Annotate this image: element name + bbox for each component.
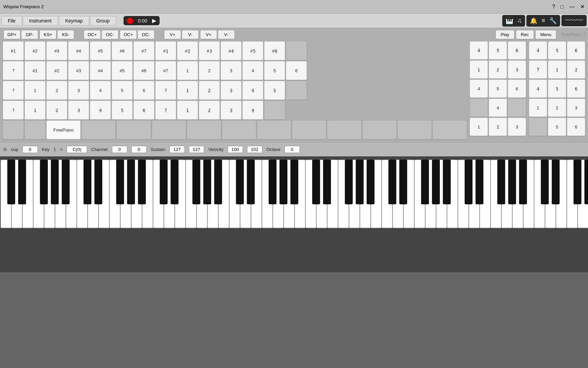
channel-val1[interactable]: 0 <box>112 146 127 153</box>
key-cell[interactable]: 1̣ <box>177 81 198 100</box>
key-cell[interactable]: #7 <box>155 61 176 80</box>
key-cell[interactable]: 4 <box>90 81 111 100</box>
key-cell[interactable]: 1̣ <box>24 101 46 120</box>
velocity-val1[interactable]: 100 <box>228 146 243 153</box>
right-key-cell[interactable]: 2̣ <box>489 60 507 79</box>
channel-val2[interactable]: 0 <box>131 146 147 153</box>
bell-icon[interactable]: 🔔 <box>528 16 539 25</box>
key-cell[interactable]: #7 <box>133 41 154 60</box>
right-key-cell[interactable]: 5̈ <box>489 41 507 60</box>
menu-action-button[interactable]: Menu <box>535 30 557 39</box>
right-key-cell[interactable]: 4 <box>470 79 488 98</box>
rec-action-button[interactable]: Rec <box>516 30 534 39</box>
key-cell[interactable]: 5 <box>264 61 285 80</box>
key-cell[interactable]: #4̣ <box>220 41 242 60</box>
v-minus2-button[interactable]: V- <box>218 30 235 39</box>
key-cell[interactable]: 3̣ <box>68 101 89 120</box>
key-value[interactable]: C(0) <box>67 146 87 153</box>
minimize-icon[interactable]: — <box>569 4 575 10</box>
key-cell[interactable]: #2 <box>24 41 46 60</box>
sustain-val1[interactable]: 127 <box>169 146 185 153</box>
title-bar-controls[interactable]: ? □ — ✕ <box>552 3 585 10</box>
key-cell[interactable]: #4 <box>90 61 111 80</box>
mixer-icon[interactable]: ≡ <box>540 16 546 25</box>
right-key-cell[interactable]: 2̣ <box>567 60 585 79</box>
play-button[interactable]: ▶ <box>152 17 156 24</box>
key-cell[interactable]: #5 <box>90 41 111 60</box>
menu-group[interactable]: Group <box>90 16 116 26</box>
right-key-cell[interactable]: 6̈ <box>508 41 526 60</box>
right-key-cell[interactable]: 3̣ <box>508 60 526 79</box>
play-action-button[interactable]: Play <box>495 30 514 39</box>
gp-plus-button[interactable]: GP+ <box>3 30 20 39</box>
v-minus1-button[interactable]: V- <box>182 30 199 39</box>
right-key-cell[interactable]: 3 <box>508 118 526 136</box>
key-cell[interactable]: 3̣ <box>220 81 242 100</box>
key-cell[interactable]: #3 <box>68 61 89 80</box>
key-cell[interactable]: 6̣ <box>133 101 154 120</box>
piano-view-icon[interactable]: 🎹 <box>504 16 514 25</box>
v-plus1-button[interactable]: V+ <box>164 30 181 39</box>
right-key-cell[interactable]: 3 <box>567 98 585 117</box>
key-cell[interactable]: 7̣ <box>155 101 176 120</box>
right-key-cell[interactable]: 1 <box>470 118 488 136</box>
key-cell[interactable]: 1 <box>177 61 198 80</box>
score-view-icon[interactable]: ♫ <box>516 16 523 25</box>
key-cell[interactable]: 5̣ <box>112 101 133 120</box>
key-cell[interactable]: 1 <box>24 81 46 100</box>
key-cell[interactable]: #6 <box>112 41 133 60</box>
right-key-cell[interactable]: 5 <box>489 79 507 98</box>
settings-icon[interactable]: 🔧 <box>548 16 558 25</box>
key-cell[interactable]: 2̤ <box>199 101 220 120</box>
key-cell[interactable]: 7 <box>155 81 176 100</box>
oc-plus1-button[interactable]: OC+ <box>84 30 101 39</box>
key-cell[interactable]: 4̣ <box>242 81 263 100</box>
right-key-cell[interactable]: 6 <box>508 79 526 98</box>
oc-minus2-button[interactable]: OC- <box>137 30 154 39</box>
key-cell[interactable]: #1 <box>3 41 24 60</box>
sustain-val2[interactable]: 127 <box>189 146 204 153</box>
key-cell[interactable]: 5 <box>112 81 133 100</box>
oc-plus2-button[interactable]: OC+ <box>120 30 137 39</box>
key-cell[interactable]: #2̣ <box>177 41 198 60</box>
key-cell[interactable]: 3 <box>68 81 89 100</box>
key-cell[interactable]: 2 <box>199 61 220 80</box>
group-value[interactable]: 0 <box>22 146 38 153</box>
key-cell[interactable]: 7̈ <box>3 101 24 120</box>
key-cell[interactable]: #5̣ <box>242 41 263 60</box>
v-plus2-button[interactable]: V+ <box>200 30 217 39</box>
ks-plus-button[interactable]: KS+ <box>39 30 56 39</box>
key-cell[interactable]: 6 <box>133 81 154 100</box>
octave-val[interactable]: 0 <box>284 146 300 153</box>
key-cell[interactable]: 4 <box>242 61 263 80</box>
gp-minus-button[interactable]: GP- <box>21 30 38 39</box>
key-cell[interactable]: 2̣ <box>199 81 220 100</box>
right-key-cell[interactable]: 4̣ <box>529 79 547 98</box>
record-button[interactable] <box>127 18 133 24</box>
right-key-cell[interactable]: 6 <box>567 118 585 136</box>
key-cell[interactable]: 4̣ <box>90 101 111 120</box>
right-key-cell[interactable]: 7̈ <box>529 60 547 79</box>
velocity-val2[interactable]: 102 <box>247 146 262 153</box>
key-cell[interactable]: #2 <box>46 61 67 80</box>
menu-instrument[interactable]: Instrument <box>23 16 58 26</box>
right-key-cell[interactable]: 1̣ <box>470 60 488 79</box>
restore-icon[interactable]: □ <box>560 4 564 10</box>
key-cell[interactable]: #1 <box>24 61 46 80</box>
right-key-cell[interactable]: 5 <box>548 118 566 136</box>
key-cell[interactable]: #6 <box>133 61 154 80</box>
key-cell[interactable]: #3̣ <box>199 41 220 60</box>
right-key-cell[interactable]: 6̈ <box>567 41 585 60</box>
key-cell[interactable]: 1̤ <box>177 101 198 120</box>
menu-file[interactable]: File <box>1 16 22 26</box>
key-cell[interactable]: #5 <box>112 61 133 80</box>
key-cell[interactable]: #1̣ <box>155 41 176 60</box>
ks-minus-button[interactable]: KS- <box>57 30 74 39</box>
right-key-cell[interactable]: 4̈ <box>529 41 547 60</box>
right-key-cell[interactable]: 4̈ <box>470 41 488 60</box>
right-key-cell[interactable]: 5̣ <box>548 79 566 98</box>
key-cell[interactable]: 7̈ <box>3 81 24 100</box>
right-key-cell[interactable]: 1 <box>529 98 547 117</box>
right-key-cell[interactable]: 5̈ <box>548 41 566 60</box>
key-cell[interactable]: 2 <box>46 81 67 100</box>
